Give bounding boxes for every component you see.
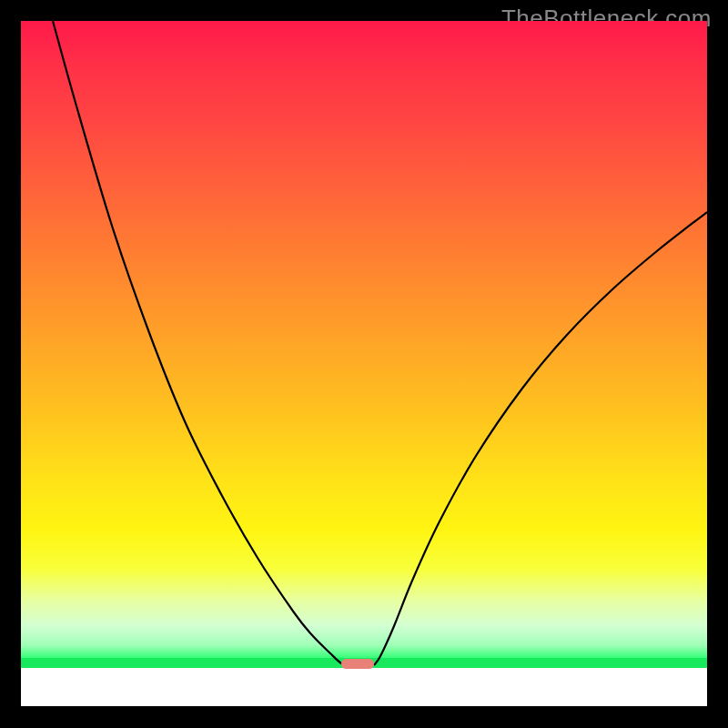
plot-area [21, 21, 707, 706]
chart-container: TheBottleneck.com [0, 0, 728, 728]
bottleneck-marker [341, 659, 374, 669]
curve-svg [21, 21, 707, 706]
curve-left-branch [53, 21, 349, 665]
curve-right-branch [374, 212, 707, 665]
